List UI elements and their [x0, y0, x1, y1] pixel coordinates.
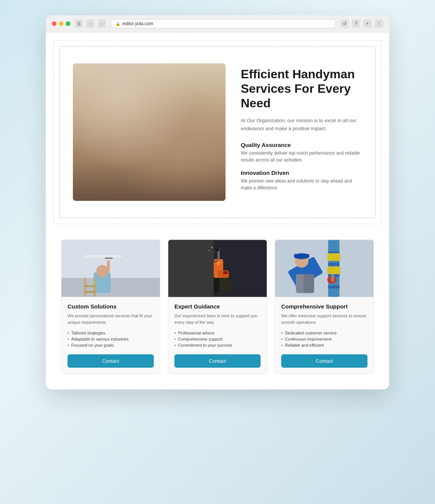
hero-section: Efficient Handyman Services For Every Ne… — [53, 40, 382, 224]
list-item-dedicated: Dedicated customer service — [281, 330, 367, 336]
browser-controls: ☰ ‹ › — [75, 19, 106, 28]
page-content: Efficient Handyman Services For Every Ne… — [46, 40, 389, 389]
card-body-expert-guidance: Expert Guidance Our experienced team is … — [168, 297, 267, 374]
list-item-adaptable: Adaptable to various industries — [68, 336, 154, 342]
svg-point-52 — [209, 250, 210, 251]
question-button[interactable]: ? — [352, 19, 360, 28]
reload-button[interactable]: ↺ — [340, 19, 349, 28]
minimize-traffic-light[interactable] — [59, 21, 63, 26]
maximize-traffic-light[interactable] — [66, 21, 70, 26]
list-item-continuous: Continuous improvement — [281, 336, 367, 342]
svg-rect-37 — [84, 286, 96, 287]
svg-rect-68 — [294, 254, 309, 258]
card-desc-custom-solutions: We provide personalized services that fi… — [68, 313, 154, 325]
card-image-svg-2 — [168, 240, 267, 297]
svg-rect-22 — [169, 131, 190, 160]
url-text: editor.yola.com — [122, 21, 153, 26]
back-button[interactable]: ‹ — [86, 19, 95, 28]
card-list-comprehensive-support: Dedicated customer service Continuous im… — [281, 330, 367, 348]
address-bar[interactable]: 🔒 editor.yola.com — [111, 19, 336, 28]
feature-innovation-desc: We pioneer new ideas and solutions to st… — [241, 178, 362, 191]
contact-button-custom-solutions[interactable]: Contact — [68, 354, 154, 368]
svg-rect-65 — [303, 274, 314, 293]
card-custom-solutions: Custom Solutions We provide personalized… — [61, 239, 160, 374]
card-image-svg-1 — [61, 240, 160, 297]
hero-image-container — [73, 63, 226, 201]
browser-window: ☰ ‹ › 🔒 editor.yola.com ↺ ? + ⋮ — [46, 15, 389, 389]
hero-subtitle: At Our Organization, our mission is to e… — [241, 117, 362, 133]
feature-innovation-title: Innovation Driven — [241, 170, 362, 176]
svg-rect-3 — [134, 86, 164, 87]
svg-rect-35 — [84, 278, 86, 297]
hero-image-svg — [73, 63, 226, 201]
svg-point-13 — [161, 142, 172, 153]
list-item-tailored: Tailored strategies — [68, 330, 154, 336]
add-tab-button[interactable]: + — [363, 19, 372, 28]
svg-rect-70 — [331, 274, 334, 282]
list-item-commitment: Commitment to your success — [174, 342, 261, 348]
feature-quality-assurance: Quality Assurance We consistently delive… — [241, 142, 362, 163]
list-item-professional-advice: Professional advice — [174, 330, 261, 336]
list-item-reliable: Reliable and efficient — [281, 342, 367, 348]
svg-rect-20 — [109, 106, 129, 110]
browser-actions: ↺ ? + ⋮ — [340, 19, 383, 28]
svg-rect-10 — [73, 161, 226, 201]
svg-rect-33 — [105, 259, 113, 260]
svg-rect-34 — [84, 255, 122, 257]
svg-rect-62 — [327, 267, 340, 274]
svg-rect-58 — [328, 263, 340, 266]
card-image-custom-solutions — [61, 240, 160, 297]
svg-point-2 — [146, 83, 152, 89]
svg-rect-15 — [184, 142, 191, 155]
list-item-focused: Focused on your goals — [68, 342, 154, 348]
svg-rect-7 — [187, 94, 218, 140]
list-item-comprehensive-support: Comprehensive support — [174, 336, 261, 342]
svg-rect-4 — [148, 71, 150, 86]
card-image-comprehensive-support — [275, 240, 374, 297]
svg-rect-48 — [223, 271, 228, 274]
svg-point-5 — [122, 76, 146, 90]
svg-point-18 — [110, 108, 127, 124]
svg-point-6 — [153, 76, 176, 90]
svg-rect-36 — [93, 278, 95, 297]
svg-point-12 — [157, 138, 176, 157]
svg-rect-47 — [214, 261, 218, 262]
svg-rect-61 — [327, 253, 340, 261]
svg-point-50 — [216, 247, 219, 251]
hero-title: Efficient Handyman Services For Every Ne… — [241, 67, 362, 111]
svg-rect-38 — [84, 291, 96, 293]
svg-point-21 — [169, 107, 190, 131]
card-comprehensive-support: Comprehensive Support We offer extensive… — [275, 239, 374, 374]
hero-text: Efficient Handyman Services For Every Ne… — [241, 67, 362, 198]
menu-button[interactable]: ⋮ — [375, 19, 383, 28]
card-image-expert-guidance — [168, 240, 267, 297]
card-desc-expert-guidance: Our experienced team is here to support … — [174, 313, 261, 325]
svg-rect-17 — [107, 130, 130, 161]
card-body-comprehensive-support: Comprehensive Support We offer extensive… — [275, 297, 374, 374]
svg-rect-49 — [168, 240, 214, 297]
svg-rect-31 — [107, 259, 110, 272]
card-title-comprehensive-support: Comprehensive Support — [281, 303, 367, 310]
svg-point-30 — [96, 265, 108, 277]
svg-point-14 — [164, 145, 168, 149]
feature-quality-desc: We consistently deliver top-notch perfor… — [241, 150, 362, 163]
card-list-custom-solutions: Tailored strategies Adaptable to various… — [68, 330, 154, 348]
svg-point-23 — [172, 110, 187, 126]
forward-button[interactable]: › — [98, 19, 106, 28]
card-image-svg-3 — [275, 240, 374, 297]
svg-point-51 — [211, 247, 213, 248]
close-traffic-light[interactable] — [52, 21, 56, 26]
svg-rect-60 — [328, 286, 340, 289]
card-desc-comprehensive-support: We offer extensive support services to e… — [281, 313, 367, 325]
svg-point-53 — [213, 252, 213, 252]
feature-quality-title: Quality Assurance — [241, 142, 362, 148]
hero-image — [73, 63, 226, 201]
sidebar-toggle-button[interactable]: ☰ — [75, 19, 83, 28]
contact-button-comprehensive-support[interactable]: Contact — [281, 354, 367, 368]
browser-chrome: ☰ ‹ › 🔒 editor.yola.com ↺ ? + ⋮ — [46, 15, 389, 32]
contact-button-expert-guidance[interactable]: Contact — [174, 354, 261, 368]
svg-rect-8 — [187, 94, 218, 140]
svg-rect-55 — [275, 240, 374, 297]
lock-icon: 🔒 — [116, 22, 120, 26]
svg-point-16 — [107, 103, 130, 130]
